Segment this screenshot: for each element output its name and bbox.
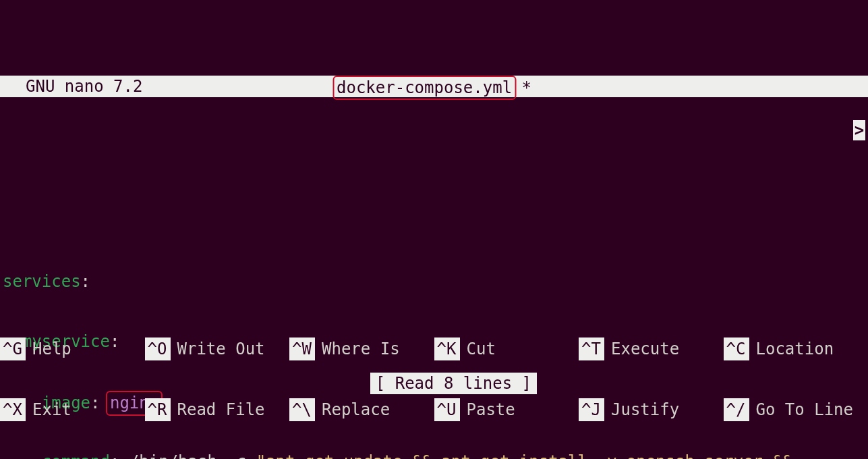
shortcut-cut[interactable]: ^KCut — [434, 338, 579, 360]
shortcut-go-to-line[interactable]: ^/Go To Line — [724, 398, 869, 421]
line-overflow-icon: > — [853, 120, 865, 140]
shortcut-paste[interactable]: ^UPaste — [434, 398, 579, 421]
app-name: GNU nano 7.2 — [26, 76, 142, 97]
line-services: services: — [3, 271, 868, 293]
title-bar: GNU nano 7.2 docker-compose.yml * — [0, 76, 868, 97]
shortcut-execute[interactable]: ^TExecute — [579, 338, 724, 360]
shortcut-exit[interactable]: ^XExit — [0, 398, 145, 421]
modified-indicator: * — [522, 78, 531, 97]
shortcut-row-1: ^GHelp ^OWrite Out ^WWhere Is ^KCut ^TEx… — [0, 338, 868, 360]
file-name: docker-compose.yml — [332, 76, 516, 100]
shortcut-help[interactable]: ^GHelp — [0, 338, 145, 360]
shortcut-justify[interactable]: ^JJustify — [579, 398, 724, 421]
shortcut-location[interactable]: ^CLocation — [724, 338, 869, 360]
shortcut-read-file[interactable]: ^RRead File — [145, 398, 290, 421]
shortcut-row-2: ^XExit ^RRead File ^\Replace ^UPaste ^JJ… — [0, 398, 868, 421]
shortcut-replace[interactable]: ^\Replace — [289, 398, 434, 421]
shortcut-bar: ^GHelp ^OWrite Out ^WWhere Is ^KCut ^TEx… — [0, 300, 868, 459]
shortcut-where-is[interactable]: ^WWhere Is — [289, 338, 434, 360]
shortcut-write-out[interactable]: ^OWrite Out — [145, 338, 290, 360]
nano-editor[interactable]: GNU nano 7.2 docker-compose.yml * servic… — [0, 0, 868, 459]
